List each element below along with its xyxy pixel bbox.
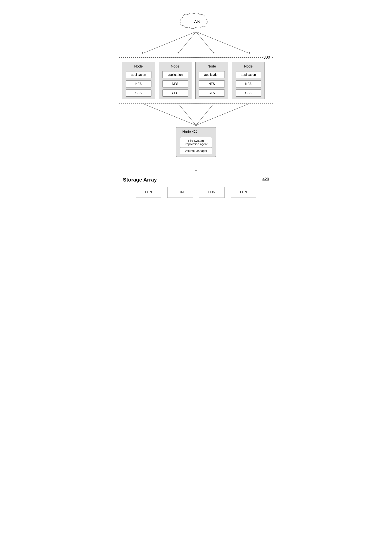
svg-line-0 — [143, 32, 196, 53]
node-box-1: Node application NFS CFS — [122, 62, 155, 99]
node2-nfs: NFS — [162, 80, 188, 87]
node3-cfs: CFS — [199, 89, 225, 96]
lan-arrows — [119, 32, 273, 55]
svg-marker-13 — [195, 125, 197, 127]
svg-line-4 — [196, 32, 214, 53]
node4-cfs: CFS — [236, 89, 261, 96]
lun-1: LUN — [136, 187, 161, 198]
main-diagram: LAN 300 Node application NFS — [97, 12, 295, 204]
node-title-4: Node — [244, 64, 253, 68]
node1-application: application — [126, 71, 151, 78]
svg-line-9 — [143, 104, 196, 125]
node2-cfs: CFS — [162, 89, 188, 96]
node-title-2: Node — [171, 64, 179, 68]
node2-application: application — [162, 71, 188, 78]
lun-3: LUN — [199, 187, 225, 198]
storage-section: Storage Array 420 LUN LUN LUN LUN — [119, 173, 273, 204]
node-cluster: 300 Node application NFS CFS Node applic… — [119, 58, 273, 104]
storage-title-row: Storage Array 420 — [123, 177, 269, 183]
node410-title: Node — [182, 130, 191, 134]
svg-line-10 — [178, 104, 196, 125]
node-box-4: Node application NFS CFS — [232, 62, 265, 99]
node410-section: Node 410 File System Replication agent V… — [176, 127, 216, 157]
node1-nfs: NFS — [126, 80, 151, 87]
node3-application: application — [199, 71, 225, 78]
node410-to-storage-arrow — [119, 157, 273, 173]
node410-ref: 410 — [192, 130, 197, 133]
node-box-3: Node application NFS CFS — [195, 62, 228, 99]
lun-row: LUN LUN LUN LUN — [123, 187, 269, 198]
storage-ref: 420 — [262, 177, 269, 181]
node-title-3: Node — [208, 64, 216, 68]
node410-volume-manager: Volume Manager — [180, 147, 212, 154]
node3-nfs: NFS — [199, 80, 225, 87]
node4-application: application — [236, 71, 261, 78]
svg-marker-1 — [142, 52, 143, 54]
lan-cloud: LAN — [178, 12, 214, 32]
node-box-2: Node application NFS CFS — [159, 62, 191, 99]
svg-line-6 — [196, 32, 249, 53]
lun-4: LUN — [231, 187, 256, 198]
lun-2: LUN — [167, 187, 193, 198]
storage-title: Storage Array — [123, 177, 157, 183]
svg-line-11 — [196, 104, 214, 125]
storage-box: Storage Array 420 LUN LUN LUN LUN — [119, 173, 273, 204]
svg-marker-7 — [249, 52, 250, 54]
svg-marker-15 — [195, 170, 197, 172]
node4-nfs: NFS — [236, 80, 261, 87]
node1-cfs: CFS — [126, 89, 151, 96]
lan-label: LAN — [191, 19, 201, 24]
svg-line-12 — [196, 104, 249, 125]
svg-line-2 — [178, 32, 196, 53]
cluster-to-node410-arrows — [119, 104, 273, 127]
node-title-1: Node — [134, 64, 143, 68]
node410-fs-replication: File System Replication agent — [180, 137, 212, 148]
node410-box: Node 410 File System Replication agent V… — [176, 127, 216, 157]
lan-section: LAN — [119, 12, 273, 55]
cluster-ref: 300 — [263, 55, 271, 60]
